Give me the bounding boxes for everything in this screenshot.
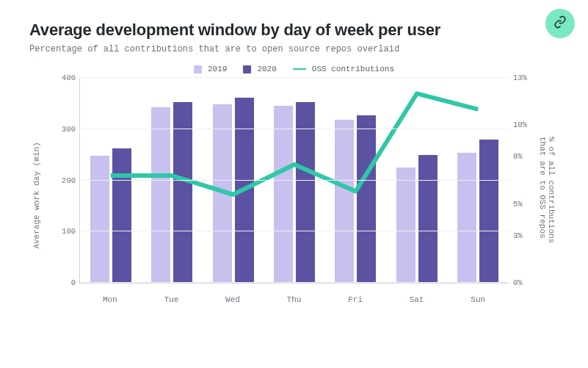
bar-2020	[479, 140, 498, 283]
x-tick-label: Mon	[79, 295, 141, 304]
plot-area: 01002003004000%3%5%8%10%13%	[79, 78, 509, 284]
y-tick-left: 100	[57, 227, 76, 236]
grid-line	[80, 231, 509, 231]
bar-groups	[80, 78, 509, 283]
grid-line	[80, 180, 509, 181]
bar-2020	[418, 155, 438, 283]
bar-group	[141, 78, 202, 283]
bar-2020	[357, 115, 376, 283]
y-tick-right: 0%	[513, 278, 532, 287]
legend-item-2020: 2020	[243, 65, 276, 73]
bar-group	[203, 78, 264, 283]
bar-group	[325, 78, 386, 283]
grid-line	[80, 282, 509, 283]
bar-group	[80, 78, 141, 283]
bar-2020	[235, 98, 254, 283]
bar-2019	[151, 107, 170, 283]
grid-line	[80, 77, 509, 78]
bar-2019	[396, 167, 415, 283]
y-axis-label-right: % of all contributions that are to OSS r…	[538, 137, 556, 254]
bar-2019	[213, 104, 232, 283]
x-tick-label: Sun	[447, 295, 509, 304]
y-tick-right: 8%	[513, 152, 532, 161]
x-tick-label: Wed	[202, 295, 264, 304]
link-icon	[553, 15, 567, 32]
y-axis-label-left: Average work day (min)	[32, 142, 41, 248]
x-tick-label: Tue	[141, 295, 203, 304]
swatch-2020	[243, 65, 251, 73]
y-tick-left: 300	[57, 125, 76, 134]
legend-item-2019: 2019	[194, 65, 227, 73]
swatch-oss-line	[293, 68, 306, 70]
bar-2020	[112, 148, 131, 283]
swatch-2019	[194, 65, 202, 73]
grid-line	[80, 129, 509, 129]
bar-2019	[457, 153, 476, 283]
y-tick-right: 10%	[513, 120, 532, 129]
x-tick-label: Thu	[264, 295, 325, 304]
legend-item-oss: OSS contributions	[293, 65, 394, 73]
y-tick-right: 5%	[513, 200, 532, 209]
bar-group	[448, 78, 509, 283]
legend-label: OSS contributions	[312, 65, 394, 73]
y-tick-right: 3%	[513, 231, 532, 240]
bar-2020	[296, 102, 315, 283]
page-title: Average development window by day of wee…	[29, 21, 559, 40]
bar-2019	[90, 156, 109, 283]
y-tick-right: 13%	[513, 73, 532, 82]
bar-group	[386, 78, 447, 283]
legend-label: 2020	[257, 65, 276, 73]
y-tick-left: 200	[57, 176, 76, 185]
x-tick-label: Fri	[324, 295, 386, 304]
x-tick-label: Sat	[386, 295, 448, 304]
y-tick-left: 400	[57, 73, 76, 82]
y-tick-left: 0	[57, 278, 76, 287]
x-axis-labels: MonTueWedThuFriSatSun	[79, 295, 509, 304]
page-subtitle: Percentage of all contributions that are…	[29, 44, 559, 54]
bar-group	[264, 78, 324, 283]
bar-2019	[335, 120, 354, 283]
legend-label: 2019	[208, 65, 227, 73]
chart-legend: 2019 2020 OSS contributions	[29, 65, 559, 73]
chart: Average work day (min) % of all contribu…	[48, 78, 540, 313]
copy-link-button[interactable]	[545, 9, 575, 38]
bar-2019	[274, 106, 293, 283]
